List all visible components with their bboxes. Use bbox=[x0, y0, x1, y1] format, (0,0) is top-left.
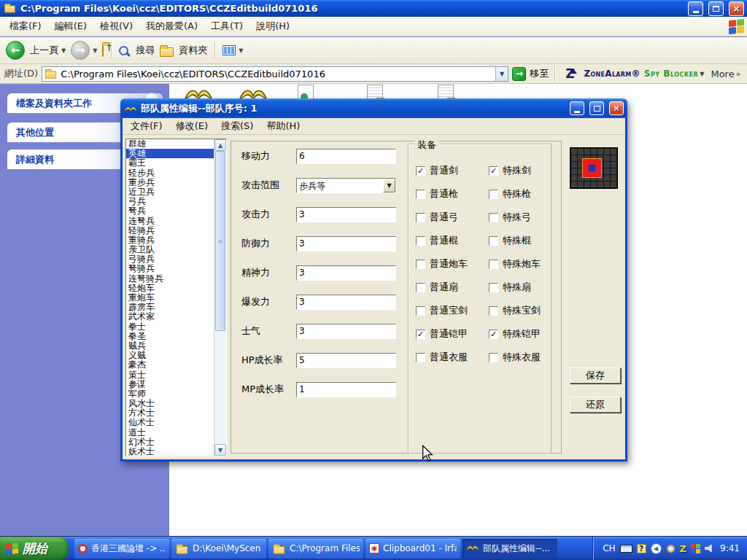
checkbox-icon[interactable] bbox=[416, 353, 425, 362]
unit-list-item[interactable]: 武术家 bbox=[126, 312, 214, 322]
equip-checkbox[interactable]: 特殊棍 bbox=[481, 229, 551, 252]
explorer-menu-item[interactable]: 我的最愛(A) bbox=[139, 17, 204, 36]
equip-checkbox[interactable]: ✓特殊铠甲 bbox=[481, 322, 551, 346]
explorer-menu-item[interactable]: 編輯(E) bbox=[48, 17, 93, 36]
attribute-input[interactable] bbox=[296, 265, 396, 281]
checkbox-icon[interactable] bbox=[489, 236, 498, 246]
list-scrollbar[interactable]: ▲ ≡ ▼ bbox=[214, 139, 226, 456]
explorer-menu-item[interactable]: 說明(H) bbox=[249, 17, 296, 36]
explorer-menu-item[interactable]: 檔案(F) bbox=[3, 17, 48, 36]
zonealarm-dropdown-icon[interactable]: ▼ bbox=[700, 71, 704, 77]
equip-checkbox[interactable]: 特殊炮车 bbox=[481, 252, 551, 276]
checkbox-icon[interactable] bbox=[416, 306, 425, 316]
go-label[interactable]: 移至 bbox=[530, 67, 549, 80]
checkbox-icon[interactable]: ✓ bbox=[489, 330, 498, 339]
dialog-menu-item[interactable]: 帮助(H) bbox=[260, 117, 306, 135]
zonealarm-tray-icon[interactable]: Z bbox=[680, 543, 686, 554]
explorer-menu-item[interactable]: 檢視(V) bbox=[93, 17, 139, 36]
keyboard-icon[interactable] bbox=[620, 545, 632, 553]
dialog-minimize-button[interactable] bbox=[570, 101, 584, 115]
attribute-input[interactable] bbox=[296, 149, 396, 164]
explorer-menu-item[interactable]: 工具(T) bbox=[204, 17, 249, 36]
hide-tray-icons-icon[interactable]: ◀ bbox=[651, 543, 662, 554]
dialog-maximize-button[interactable] bbox=[589, 101, 604, 115]
unit-list-item[interactable]: 拳士 bbox=[126, 322, 214, 332]
attack-range-select[interactable]: 步兵等▼ bbox=[296, 178, 396, 193]
taskbar-task[interactable]: C:\Program Files\K... bbox=[268, 539, 363, 559]
search-label[interactable]: 搜尋 bbox=[136, 44, 155, 57]
restore-button[interactable]: 还原 bbox=[570, 397, 621, 413]
unit-list-item[interactable]: 参谋 bbox=[126, 380, 214, 389]
taskbar-task[interactable]: D:\Koei\MyScen bbox=[171, 539, 266, 559]
equip-checkbox[interactable]: 普通衣服 bbox=[409, 346, 481, 369]
attribute-input[interactable] bbox=[296, 382, 396, 397]
equip-checkbox[interactable]: 普通炮车 bbox=[409, 252, 481, 276]
attribute-input[interactable] bbox=[296, 236, 396, 252]
equip-checkbox[interactable]: 普通弓 bbox=[409, 206, 481, 229]
checkbox-icon[interactable] bbox=[489, 260, 498, 269]
checkbox-icon[interactable] bbox=[416, 260, 425, 269]
views-icon[interactable] bbox=[222, 45, 236, 55]
equip-checkbox[interactable]: 普通棍 bbox=[409, 229, 481, 252]
close-button[interactable]: × bbox=[729, 1, 744, 16]
equip-checkbox[interactable]: 特殊弓 bbox=[481, 206, 551, 229]
start-button[interactable]: 開始 bbox=[0, 537, 69, 560]
checkbox-icon[interactable] bbox=[416, 190, 425, 199]
attribute-input[interactable] bbox=[296, 324, 396, 339]
dialog-titlebar[interactable]: 部队属性编辑--部队序号: 1 × bbox=[120, 98, 627, 118]
forward-icon[interactable]: → bbox=[71, 41, 90, 60]
scroll-up-icon[interactable]: ▲ bbox=[214, 139, 226, 151]
scrollbar-thumb[interactable]: ≡ bbox=[215, 151, 225, 331]
windows-update-icon[interactable] bbox=[691, 544, 700, 553]
unit-list-item[interactable]: 弩兵 bbox=[126, 206, 214, 216]
unit-list-item[interactable]: 轻步兵 bbox=[126, 168, 214, 178]
unit-list-item[interactable]: 连弩骑兵 bbox=[126, 274, 214, 284]
back-dropdown-icon[interactable]: ▼ bbox=[61, 47, 66, 54]
zonealarm-product[interactable]: Spy Blocker bbox=[644, 69, 698, 79]
unit-list-item[interactable]: 仙术士 bbox=[126, 418, 214, 427]
equip-checkbox[interactable]: 特殊枪 bbox=[481, 182, 551, 206]
checkbox-icon[interactable] bbox=[489, 213, 498, 222]
checkbox-icon[interactable] bbox=[489, 353, 498, 362]
folders-label[interactable]: 資料夾 bbox=[179, 44, 207, 57]
back-icon[interactable]: ← bbox=[6, 41, 25, 60]
chevron-down-icon[interactable]: ▼ bbox=[383, 179, 395, 192]
attribute-input[interactable] bbox=[296, 295, 396, 310]
unit-list-item[interactable]: 连弩兵 bbox=[126, 217, 214, 226]
input-language-indicator[interactable]: CH bbox=[603, 543, 615, 553]
taskbar-task[interactable]: 香港三國論壇 -> ... bbox=[74, 539, 169, 559]
minimize-button[interactable] bbox=[688, 1, 703, 16]
go-icon[interactable]: → bbox=[512, 67, 526, 81]
back-label[interactable]: 上一頁 bbox=[30, 44, 58, 57]
checkbox-icon[interactable] bbox=[489, 190, 498, 199]
scroll-down-icon[interactable]: ▼ bbox=[214, 444, 226, 456]
address-dropdown-icon[interactable]: ▼ bbox=[495, 67, 508, 81]
equip-checkbox[interactable]: ✓普通铠甲 bbox=[409, 322, 481, 346]
volume-icon[interactable] bbox=[705, 544, 714, 553]
checkbox-icon[interactable] bbox=[416, 283, 425, 292]
dialog-menu-item[interactable]: 搜索(S) bbox=[214, 117, 260, 135]
taskbar-task[interactable]: 部队属性编辑--... bbox=[462, 539, 557, 559]
equip-checkbox[interactable]: 普通宝剑 bbox=[409, 299, 481, 322]
unit-list-item[interactable]: 霸王 bbox=[126, 158, 214, 168]
checkbox-icon[interactable] bbox=[489, 306, 498, 316]
search-icon[interactable] bbox=[119, 46, 128, 55]
views-dropdown-icon[interactable]: ▼ bbox=[239, 47, 243, 54]
unit-list-item[interactable]: 道士 bbox=[126, 428, 214, 438]
checkbox-icon[interactable]: ✓ bbox=[416, 166, 425, 176]
checkbox-icon[interactable] bbox=[489, 283, 498, 292]
checkbox-icon[interactable] bbox=[416, 236, 425, 246]
equip-checkbox[interactable]: ✓特殊剑 bbox=[481, 159, 551, 182]
unit-list-item[interactable]: 豪杰 bbox=[126, 360, 214, 370]
checkbox-icon[interactable] bbox=[416, 213, 425, 222]
save-button[interactable]: 保存 bbox=[570, 368, 621, 384]
taskbar-task[interactable]: ✱Clipboard01 - Irfa... bbox=[365, 539, 460, 559]
up-folder-icon[interactable]: ↑ bbox=[102, 45, 104, 56]
more-chevron-icon[interactable]: » bbox=[736, 69, 741, 79]
unit-list-item[interactable]: 策士 bbox=[126, 370, 214, 380]
attribute-input[interactable] bbox=[296, 353, 396, 368]
equip-checkbox[interactable]: 特殊宝剑 bbox=[481, 299, 551, 322]
restore-button[interactable] bbox=[708, 1, 724, 16]
address-input[interactable]: C:\Program Files\Koei\ccz\EDITORS\CCZEdi… bbox=[42, 66, 508, 82]
folders-icon[interactable] bbox=[160, 47, 174, 57]
